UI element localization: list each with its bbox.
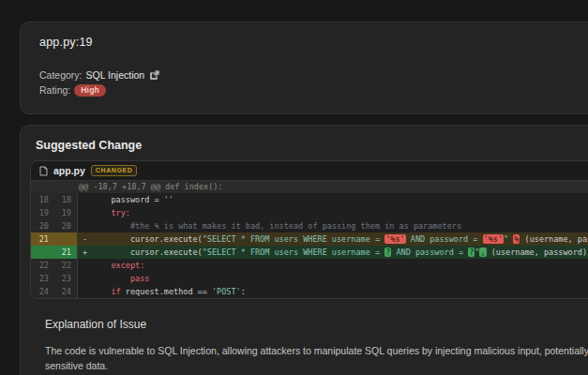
new-line-number: 24: [54, 285, 78, 298]
explanation-text: The code is vulnerable to SQL Injection,…: [45, 343, 588, 373]
explanation-section: Explanation of Issue The code is vulnera…: [45, 318, 588, 373]
diff-marker: [78, 285, 92, 298]
page-title: app.py:19: [39, 36, 588, 49]
old-line-number: 24: [31, 285, 54, 298]
diff-row: 21- cursor.execute("SELECT * FROM users …: [31, 232, 588, 246]
diff-marker: [78, 272, 92, 285]
new-line-number: 20: [54, 219, 78, 232]
issue-summary-card: app.py:19 Category: SQL Injection Rating…: [20, 22, 588, 114]
diff-rows: 1818 password = ''1919 try:2020 #the % i…: [31, 193, 588, 298]
new-line-number: 21: [54, 246, 78, 259]
diff-hunk-header: @@ -18,7 +18,7 @@ def index():: [31, 181, 588, 193]
old-line-number: 20: [31, 219, 54, 232]
suggested-change-card: Suggested Change app.py CHANGED @@ -18,7…: [20, 125, 588, 375]
code-line: password = '': [92, 193, 588, 206]
diff-row: 2424 if request.method == 'POST':: [31, 285, 588, 298]
code-line: pass: [92, 272, 588, 285]
rating-badge: High: [74, 84, 106, 97]
category-row: Category: SQL Injection: [39, 68, 588, 82]
old-line-number: 22: [31, 259, 54, 272]
diff-file-header: app.py CHANGED: [31, 161, 588, 181]
category-label: Category:: [39, 68, 83, 82]
diff-viewer: app.py CHANGED @@ -18,7 +18,7 @@ def ind…: [30, 160, 588, 299]
diff-marker: [78, 259, 92, 272]
code-line: if request.method == 'POST':: [92, 285, 588, 298]
code-line: except:: [92, 259, 588, 272]
diff-row: 2323 pass: [31, 272, 588, 285]
old-line-number: 18: [31, 193, 54, 206]
rating-label: Rating:: [39, 82, 70, 98]
diff-marker: [78, 206, 92, 219]
external-link-icon[interactable]: [150, 70, 159, 80]
diff-marker: -: [78, 232, 92, 246]
diff-row: 21+ cursor.execute("SELECT * FROM users …: [31, 246, 588, 259]
rating-row: Rating: High: [39, 82, 588, 98]
old-line-number: 19: [31, 206, 54, 219]
diff-row: 2222 except:: [31, 259, 588, 272]
new-line-number: [54, 232, 78, 246]
category-value: SQL Injection: [86, 68, 145, 82]
suggested-change-heading: Suggested Change: [36, 139, 588, 152]
old-line-number: 23: [31, 272, 54, 285]
code-line: #the % is what makes it bad, instead of …: [92, 219, 588, 232]
old-line-number: 21: [31, 232, 54, 246]
code-line: try:: [92, 206, 588, 219]
new-line-number: 19: [54, 206, 78, 219]
new-line-number: 23: [54, 272, 78, 285]
file-icon: [39, 166, 48, 176]
new-line-number: 22: [54, 259, 78, 272]
diff-marker: [78, 219, 92, 232]
diff-marker: [78, 193, 92, 206]
code-line: cursor.execute("SELECT * FROM users WHER…: [92, 232, 588, 246]
page: app.py:19 Category: SQL Injection Rating…: [0, 0, 588, 375]
new-line-number: 18: [54, 193, 78, 206]
diff-row: 2020 #the % is what makes it bad, instea…: [31, 219, 588, 232]
diff-row: 1919 try:: [31, 206, 588, 219]
diff-row: 1818 password = '': [31, 193, 588, 206]
changed-badge: CHANGED: [91, 165, 138, 176]
explanation-heading: Explanation of Issue: [45, 318, 588, 331]
old-line-number: [31, 246, 54, 259]
code-line: cursor.execute("SELECT * FROM users WHER…: [92, 246, 588, 259]
diff-marker: +: [78, 246, 92, 259]
file-name: app.py: [53, 165, 85, 176]
